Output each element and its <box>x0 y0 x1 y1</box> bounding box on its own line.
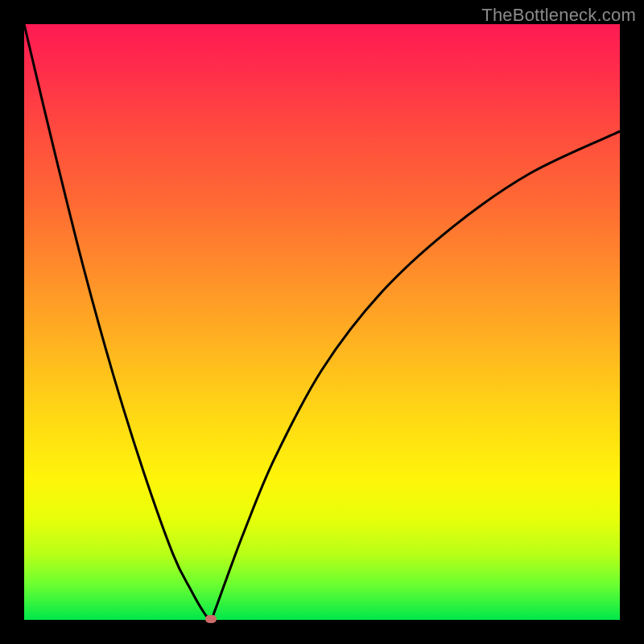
bottleneck-curve <box>24 24 620 620</box>
plot-area <box>24 24 620 620</box>
min-point-marker <box>205 615 217 623</box>
chart-frame: TheBottleneck.com <box>0 0 644 644</box>
watermark-text: TheBottleneck.com <box>481 5 636 26</box>
